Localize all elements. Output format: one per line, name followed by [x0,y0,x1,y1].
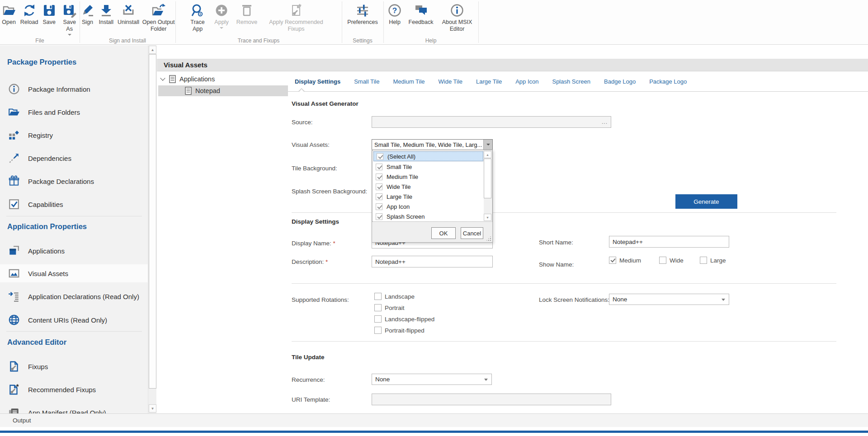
option-splash-screen[interactable]: Splash Screen [373,211,484,221]
apply-recommended-fixups-label: Apply Recommended Fixups [262,19,330,33]
save-as-button[interactable]: Save As [59,2,80,36]
option-label: (Select All) [387,153,415,160]
large-checkbox[interactable] [700,257,707,264]
sidebar-item-label: Fixups [28,363,48,370]
recurrence-dropdown[interactable]: None [372,374,492,385]
toolbar-separator [383,1,384,43]
feedback-button[interactable]: Feedback [406,2,435,26]
description-field[interactable] [372,256,493,267]
sidebar-item-application-declarations[interactable]: Application Declarations (Read Only) [0,287,148,305]
scroll-down-button[interactable]: ▼ [149,404,156,413]
tree-node-applications[interactable]: Applications [161,74,215,84]
small-tile-checkbox[interactable] [376,164,382,170]
landscape-flipped-checkbox[interactable] [374,315,382,323]
splash-screen-checkbox[interactable] [376,213,382,220]
short-name-field[interactable] [609,236,729,248]
open-button[interactable]: Open [0,2,18,26]
option-label: Large Tile [387,193,412,200]
option-large-tile[interactable]: Large Tile [373,192,484,202]
option-app-icon[interactable]: App Icon [373,202,484,211]
tab-package-logo[interactable]: Package Logo [642,78,693,85]
ok-button[interactable]: OK [431,227,456,239]
scrollbar-thumb[interactable] [484,159,491,198]
portrait-flipped-checkbox[interactable] [374,327,382,334]
lock-screen-notifications-dropdown[interactable]: None [609,294,729,305]
landscape-checkbox[interactable] [374,293,382,300]
large-tile-checkbox[interactable] [376,193,382,200]
required-mark: * [326,258,328,265]
preferences-button[interactable]: Preferences [344,2,382,26]
medium-tile-checkbox[interactable] [376,173,382,180]
toolbar-group-sign-install: Sign Install Uninstall Open Output Folde… [80,0,175,37]
uninstall-button[interactable]: Uninstall [117,2,140,26]
app-icon-checkbox[interactable] [376,203,382,210]
wide-checkbox[interactable] [659,257,666,264]
uri-template-field[interactable] [372,394,611,405]
tab-wide-tile[interactable]: Wide Tile [432,78,469,85]
scroll-up-button[interactable]: ▲ [149,46,156,54]
feedback-bubble-icon [414,2,428,19]
description-input[interactable] [375,258,489,265]
tab-small-tile[interactable]: Small Tile [347,78,386,85]
option-wide-tile[interactable]: Wide Tile [373,182,484,192]
popup-scrollbar[interactable]: ▲ ▼ [484,151,491,221]
browse-button[interactable]: ... [602,119,608,125]
sidebar-item-package-declarations[interactable]: Package Declarations [0,172,148,190]
trace-app-button[interactable]: Trace App [187,2,208,33]
tab-splash-screen[interactable]: Splash Screen [545,78,597,85]
combobox-dropdown-button[interactable] [483,140,492,150]
sign-button[interactable]: Sign [80,2,95,26]
tree-node-notepad[interactable]: Notepad [185,85,220,96]
supported-rotations-label: Supported Rotations: [292,296,349,303]
scroll-up-button[interactable]: ▲ [484,151,491,158]
uri-template-input[interactable] [375,396,608,403]
registry-icon [8,129,20,141]
select-all-checkbox[interactable] [377,153,383,160]
about-msix-editor-button[interactable]: About MSIX Editor [438,2,476,33]
sidebar-item-registry[interactable]: Registry [0,126,148,144]
tab-medium-tile[interactable]: Medium Tile [387,78,432,85]
install-button[interactable]: Install [97,2,115,26]
chevron-down-icon[interactable] [160,75,165,80]
option-select-all[interactable]: (Select All) [373,151,483,161]
save-button[interactable]: Save [41,2,57,26]
sidebar-scrollbar[interactable]: ▲ ▼ [148,45,156,413]
visual-assets-combobox[interactable]: Small Tile, Medium Tile, Wide Tile, Larg… [372,139,493,150]
portrait-checkbox[interactable] [374,304,382,311]
tab-large-tile[interactable]: Large Tile [469,78,509,85]
generate-button[interactable]: Generate [675,194,737,209]
open-output-folder-button[interactable]: Open Output Folder [142,2,175,33]
install-arrow-icon [99,2,113,19]
output-bar[interactable]: Output [0,413,868,427]
toolbar-separator [342,1,342,43]
scroll-down-button[interactable]: ▼ [484,214,491,221]
resize-grip[interactable] [486,236,491,241]
scrollbar-thumb[interactable] [149,54,156,389]
sidebar-item-files-and-folders[interactable]: Files and Folders [0,103,148,121]
tab-display-settings[interactable]: Display Settings [288,78,347,85]
short-name-input[interactable] [613,239,726,245]
option-medium-tile[interactable]: Medium Tile [373,172,484,182]
chevron-down-icon[interactable] [68,34,71,36]
source-field[interactable]: ... [372,116,611,128]
help-button[interactable]: ? Help [386,2,404,26]
tab-app-icon[interactable]: App Icon [509,78,545,85]
sidebar-separator [6,216,142,216]
sidebar-item-app-manifest[interactable]: App Manifest (Read Only) [0,403,148,413]
option-small-tile[interactable]: Small Tile [373,162,484,172]
tab-badge-logo[interactable]: Badge Logo [597,78,642,85]
medium-checkbox[interactable] [609,257,616,264]
sidebar-item-applications[interactable]: Applications [0,242,148,260]
sidebar-item-fixups[interactable]: Fixups [0,357,148,375]
fixup-star-doc-icon [8,384,20,395]
wide-tile-checkbox[interactable] [376,183,382,190]
sidebar-item-content-uris[interactable]: Content URIs (Read Only) [0,311,148,329]
sidebar-item-dependencies[interactable]: Dependencies [0,149,148,167]
cancel-button[interactable]: Cancel [461,227,483,239]
required-mark: * [333,240,335,247]
reload-button[interactable]: Reload [19,2,39,26]
sidebar-item-capabilities[interactable]: Capabilities [0,195,148,213]
sidebar-item-package-information[interactable]: Package Information [0,80,148,98]
sidebar-item-recommended-fixups[interactable]: Recommended Fixups [0,380,148,398]
sidebar-item-visual-assets[interactable]: Visual Assets [0,264,148,282]
